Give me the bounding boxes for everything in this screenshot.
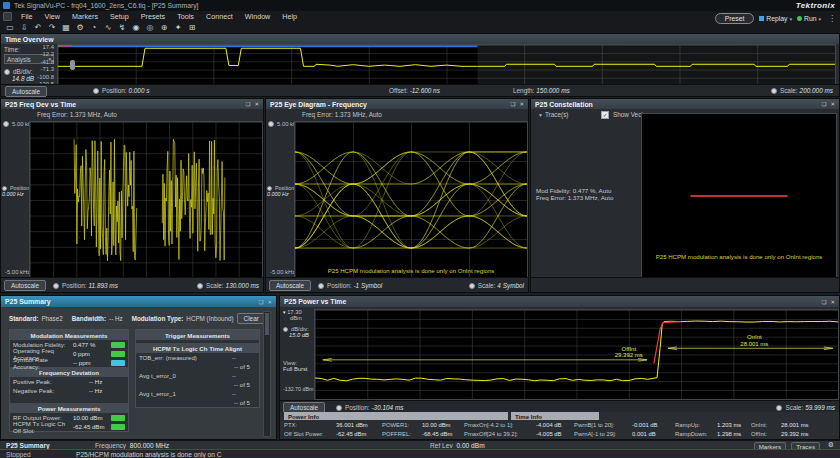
trigger-icon[interactable]: ↯ — [116, 22, 128, 33]
preset-button[interactable]: Preset — [715, 13, 755, 24]
analysis-offset-handle[interactable] — [70, 60, 75, 71]
menu-help[interactable]: Help — [276, 12, 303, 21]
analysis-icon[interactable]: ∿ — [102, 22, 114, 33]
close-icon[interactable]: ✕ — [830, 101, 835, 107]
eye-diagram-header[interactable]: P25 Eye Diagram - Frequency ❏✕ — [266, 99, 528, 109]
close-icon[interactable]: ✕ — [830, 299, 835, 305]
position-value[interactable]: -1 Symbol — [353, 282, 382, 289]
menu-markers[interactable]: Markers — [66, 12, 104, 21]
redo-icon[interactable]: ↷ — [46, 22, 58, 33]
dbdiv-radio[interactable] — [4, 69, 10, 75]
frequency-value[interactable]: 800.000 MHz — [130, 442, 169, 449]
layout-icon[interactable]: ⊞ — [186, 22, 198, 33]
scale-radio[interactable] — [771, 88, 777, 94]
dbdiv-radio[interactable] — [283, 327, 288, 332]
info-value: 1.298 ms — [717, 431, 751, 437]
scale-value[interactable]: 130.000 ms — [226, 282, 259, 289]
clear-button[interactable]: Clear — [237, 313, 266, 324]
autoscale-button[interactable]: Autoscale — [4, 280, 46, 291]
vertical-position-control[interactable]: Position: 0.000 Hz — [267, 185, 294, 197]
undo-icon[interactable]: ↶ — [32, 22, 44, 33]
restore-icon[interactable]: ❏ — [821, 299, 826, 305]
app-icon — [3, 2, 10, 9]
freq-dev-header[interactable]: P25 Freq Dev vs Time ❏✕ — [1, 99, 263, 109]
restore-icon[interactable]: ❏ — [510, 101, 515, 107]
constellation-plot[interactable]: P25 HCPM modulation analysis is done onl… — [641, 113, 837, 279]
run-button[interactable]: Run ▾ — [797, 15, 821, 22]
time-overview-header[interactable]: Time Overview — [1, 34, 839, 44]
info-value: 36.001 dBm — [336, 422, 382, 428]
menu-view[interactable]: View — [39, 12, 66, 21]
info-label: PwrnA[-1 to 29]: — [574, 431, 632, 437]
power-header[interactable]: P25 Power vs Time ❏✕ — [280, 296, 839, 307]
position-radio[interactable] — [318, 283, 324, 289]
displays-icon[interactable]: ▦ — [60, 22, 72, 33]
ref-level-value[interactable]: 0.00 dBm — [456, 442, 484, 449]
menu-file[interactable]: File — [15, 12, 39, 21]
scale-radio[interactable] — [469, 283, 475, 289]
menu-window[interactable]: Window — [239, 12, 277, 21]
length-value[interactable]: 150.000 ms — [536, 87, 569, 94]
markers-icon[interactable]: ◎ — [144, 22, 156, 33]
close-icon[interactable]: ✕ — [267, 299, 272, 305]
search-icon[interactable]: ⊕ — [158, 22, 170, 33]
info-value: 0.001 dB — [632, 431, 666, 437]
autoscale-button[interactable]: Autoscale — [5, 86, 47, 97]
y-axis-radio[interactable] — [3, 121, 9, 127]
close-icon[interactable]: ✕ — [519, 101, 524, 107]
scale-value[interactable]: 200.000 ms — [800, 87, 833, 94]
info-label: POFFREL: — [382, 431, 422, 437]
position-value[interactable]: 11.893 ms — [88, 282, 117, 289]
position-radio[interactable] — [53, 283, 59, 289]
time-overview-plot[interactable] — [57, 44, 836, 87]
offset-value[interactable]: -12.600 ns — [410, 87, 440, 94]
summary-header[interactable]: P25 Summary ❏✕ — [1, 296, 276, 307]
scale-value[interactable]: 59.999 ms — [805, 404, 835, 411]
close-icon[interactable]: ✕ — [254, 101, 259, 107]
eye-diagram-plot[interactable]: P25 HCPM modulation analysis is done onl… — [294, 121, 528, 279]
signalvu-window: Tek SignalVu-PC - frq04_1600_2ens_C6.tiq… — [0, 0, 840, 458]
scale-value[interactable]: 4 Symbol — [497, 282, 524, 289]
restore-icon[interactable]: ❏ — [245, 101, 250, 107]
vertical-position-control[interactable]: Position: 0.000 Hz — [2, 185, 29, 197]
modulation-type-value[interactable]: HCPM (Inbound) — [186, 315, 233, 322]
acquire-icon[interactable]: ◉ — [130, 22, 142, 33]
amplitude-icon[interactable]: ◔ — [88, 22, 100, 33]
spacer — [10, 395, 128, 403]
gear-icon[interactable]: ⚙ — [828, 441, 834, 449]
scale-radio[interactable] — [197, 283, 203, 289]
view-value[interactable]: Full Burst — [283, 366, 313, 372]
trigger-count-row: -- of 5 — [136, 398, 259, 407]
position-radio[interactable] — [336, 405, 342, 411]
power-plot[interactable]: OffInt29.392 ms OnInt28.001 ms — [314, 309, 839, 400]
menu-presets[interactable]: Presets — [135, 12, 171, 21]
info-value: 28.001 ms — [781, 422, 825, 428]
scrollbar-thumb[interactable] — [265, 313, 269, 335]
settings-icon[interactable]: ⚙ — [74, 22, 86, 33]
y-axis-radio[interactable] — [268, 121, 274, 127]
save-icon[interactable]: ⇩ — [18, 22, 30, 33]
constellation-header[interactable]: P25 Constellation ❏✕ — [531, 99, 839, 109]
menu-connect[interactable]: Connect — [200, 12, 239, 21]
position-radio[interactable] — [93, 88, 99, 94]
standard-value[interactable]: Phase2 — [41, 315, 62, 322]
position-value[interactable]: 0.000 s — [128, 87, 149, 94]
dbdiv-value[interactable]: 15.0 dB — [289, 332, 313, 338]
autoscale-button[interactable]: Autoscale — [269, 280, 311, 291]
open-icon[interactable]: ▭ — [4, 22, 16, 33]
app-menu-icon[interactable] — [3, 12, 12, 21]
replay-button[interactable]: Replay ▾ — [759, 15, 792, 22]
scale-radio[interactable] — [776, 405, 782, 411]
position-value[interactable]: -30.104 ms — [371, 404, 403, 411]
menu-setup[interactable]: Setup — [104, 12, 135, 21]
restore-icon[interactable]: ❏ — [258, 299, 263, 305]
trigger-measurements-table: Trigger MeasurementsHCPM Tx Logic Ch Tim… — [135, 329, 260, 408]
traces-dropdown[interactable]: ▼ Trace(s) — [538, 111, 568, 118]
summary-scrollbar[interactable] — [263, 311, 271, 437]
restore-icon[interactable]: ❏ — [821, 101, 826, 107]
touch-icon[interactable]: ✦ — [172, 22, 184, 33]
freq-dev-plot[interactable] — [29, 121, 263, 279]
bandwidth-value[interactable]: -- Hz — [109, 315, 123, 322]
overflow-menu-icon[interactable]: ⋮ — [828, 14, 836, 23]
menu-tools[interactable]: Tools — [171, 12, 200, 21]
